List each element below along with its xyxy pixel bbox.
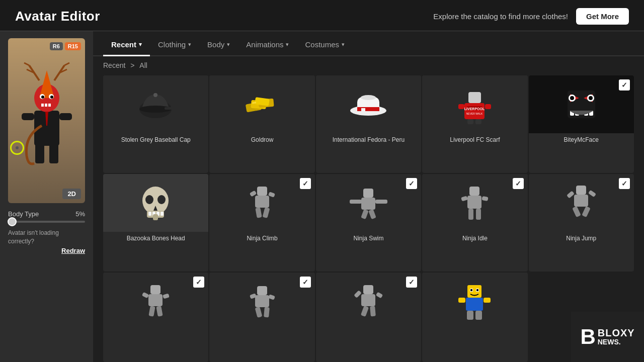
item-stolen-grey-cap[interactable]: Stolen Grey Baseball Cap — [103, 75, 208, 173]
item-thumb-5 — [529, 75, 634, 133]
item-check-13 — [406, 277, 417, 288]
item-name-10: Ninja Jump — [529, 232, 634, 247]
svg-rect-35 — [361, 108, 365, 111]
item-goldrow[interactable]: Goldrow — [209, 75, 314, 173]
item-bazooka-bones[interactable]: Bazooka Bones Head — [103, 174, 208, 272]
svg-point-17 — [50, 96, 53, 99]
item-thumb-14 — [422, 273, 527, 330]
item-roblox-default[interactable] — [422, 273, 527, 362]
avatar-error-text: Avatar isn't loading correctly? — [8, 229, 85, 246]
bloxy-sub: NEWS. — [598, 338, 635, 346]
svg-rect-20 — [48, 104, 51, 107]
breadcrumb-all[interactable]: All — [139, 61, 147, 69]
breadcrumb-recent[interactable]: Recent — [103, 61, 125, 69]
item-thumb-6 — [103, 174, 208, 232]
svg-rect-93 — [142, 292, 149, 298]
item-check-10 — [619, 178, 630, 189]
item-thumb-12 — [209, 273, 314, 330]
r15-badge: R15 — [65, 42, 81, 50]
svg-rect-87 — [567, 191, 575, 198]
svg-rect-77 — [361, 209, 369, 219]
item-name-2: Goldrow — [209, 133, 314, 148]
item-name-3: International Fedora - Peru — [316, 133, 421, 148]
svg-point-51 — [570, 96, 574, 100]
item-check-9 — [513, 178, 524, 189]
ninja-anim-2-icon — [241, 280, 284, 323]
item-ninja-idle[interactable]: Ninja Idle — [422, 174, 527, 272]
item-check-7 — [300, 178, 311, 189]
item-name-4: Liverpool FC Scarf — [422, 133, 527, 148]
baseball-cap-icon — [134, 83, 177, 126]
svg-rect-43 — [485, 104, 491, 109]
svg-rect-36 — [365, 108, 369, 111]
ninja-swim-icon — [347, 182, 390, 224]
svg-rect-75 — [350, 200, 362, 204]
svg-text:LIVERPOOL: LIVERPOOL — [464, 107, 485, 111]
svg-rect-65 — [160, 212, 164, 216]
svg-point-58 — [145, 195, 153, 204]
avatar-svg — [14, 55, 79, 186]
fedora-peru-icon — [347, 83, 390, 126]
svg-rect-103 — [363, 285, 373, 294]
item-thumb-11 — [103, 273, 208, 330]
tab-recent-arrow: ▾ — [139, 41, 142, 48]
item-thumb-8 — [316, 174, 421, 232]
ninja-jump-icon — [560, 182, 603, 224]
svg-rect-9 — [22, 113, 34, 120]
svg-rect-98 — [255, 295, 269, 307]
item-international-fedora[interactable]: International Fedora - Peru — [316, 75, 421, 173]
body-type-slider[interactable] — [8, 221, 85, 223]
tab-body-label: Body — [207, 40, 224, 49]
item-ninja-jump[interactable]: Ninja Jump — [529, 174, 634, 272]
bloxy-letter: B — [580, 326, 595, 347]
svg-rect-69 — [249, 190, 256, 197]
avatar-preview: R6 R15 — [8, 38, 85, 203]
item-thumb-3 — [316, 75, 421, 133]
item-thumb-10 — [529, 174, 634, 232]
svg-rect-117 — [467, 311, 473, 320]
svg-rect-90 — [582, 206, 591, 217]
svg-rect-108 — [370, 306, 376, 316]
svg-rect-23 — [165, 107, 173, 110]
ninja-anim-3-icon — [347, 280, 390, 323]
view-2d-button[interactable]: 2D — [62, 189, 81, 199]
redraw-link[interactable]: Redraw — [8, 247, 85, 254]
svg-rect-67 — [257, 187, 267, 196]
svg-rect-78 — [368, 209, 376, 219]
body-type-section: Body Type 5% — [8, 210, 85, 223]
tab-clothing[interactable]: Clothing ▾ — [150, 35, 199, 56]
body-type-value: 5% — [75, 210, 85, 218]
items-grid: Stolen Grey Baseball Cap Goldrow — [93, 73, 644, 362]
skull-head-icon — [134, 182, 177, 224]
svg-rect-114 — [466, 298, 483, 311]
svg-rect-84 — [476, 209, 481, 220]
item-anim-11[interactable] — [103, 273, 208, 362]
svg-rect-113 — [476, 289, 478, 291]
item-biteymcface[interactable]: BiteyMcFace — [529, 75, 634, 173]
svg-rect-70 — [268, 192, 275, 198]
item-anim-13[interactable] — [316, 273, 421, 362]
item-name-9: Ninja Idle — [422, 232, 527, 247]
svg-rect-19 — [45, 104, 47, 107]
tab-clothing-arrow: ▾ — [188, 41, 191, 48]
svg-line-8 — [64, 63, 69, 65]
right-panel: Recent ▾ Clothing ▾ Body ▾ Animations ▾ … — [93, 31, 644, 362]
item-ninja-swim[interactable]: Ninja Swim — [316, 174, 421, 272]
item-liverpool-scarf[interactable]: LIVERPOOL NEVER WALK Liverpool FC Scarf — [422, 75, 527, 173]
svg-rect-101 — [255, 307, 262, 318]
svg-line-5 — [24, 63, 29, 65]
item-name-13 — [316, 330, 421, 337]
tab-recent[interactable]: Recent ▾ — [103, 35, 150, 56]
svg-rect-71 — [255, 207, 262, 218]
svg-rect-112 — [470, 289, 472, 291]
tab-costumes[interactable]: Costumes ▾ — [297, 35, 353, 56]
tab-animations[interactable]: Animations ▾ — [238, 35, 297, 56]
svg-point-16 — [41, 96, 44, 99]
tab-body[interactable]: Body ▾ — [199, 35, 238, 56]
item-ninja-climb[interactable]: Ninja Climb — [209, 174, 314, 272]
item-anim-12[interactable] — [209, 273, 314, 362]
get-more-button[interactable]: Get More — [576, 8, 629, 25]
slider-thumb[interactable] — [8, 217, 17, 226]
item-thumb-4: LIVERPOOL NEVER WALK — [422, 75, 527, 133]
item-thumb-1 — [103, 75, 208, 133]
